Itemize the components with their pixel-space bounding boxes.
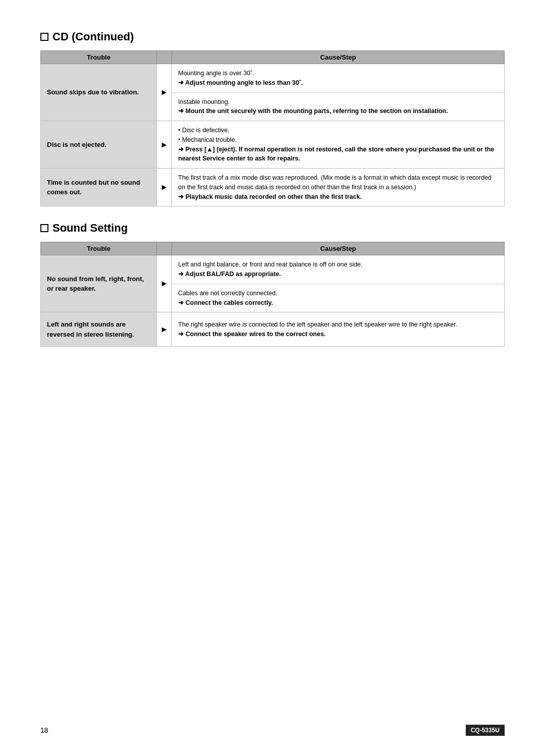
section-cd-continued: CD (Continued) Trouble Cause/Step Sound …	[40, 30, 505, 206]
sound-cause-2a: The right speaker wire is connected to t…	[172, 315, 504, 344]
cd-cause-1b: Instable mounting. ➜ Mount the unit secu…	[172, 93, 504, 121]
cd-table-header: Trouble Cause/Step	[41, 51, 505, 64]
sound-arrow-1: ►	[157, 255, 172, 312]
section-title-cd: CD (Continued)	[40, 30, 505, 43]
cd-arrow-1: ►	[157, 64, 172, 121]
cd-trouble-2: Disc is not ejected.	[41, 121, 157, 169]
page-number: 18	[40, 726, 48, 734]
cd-cause-2a: • Disc is defective. • Mechanical troubl…	[172, 121, 504, 168]
cd-cause-1a: Mounting angle is over 30˚. ➜ Adjust mou…	[172, 64, 504, 93]
sound-cause-1: Left and right balance, or front and rea…	[172, 255, 505, 312]
model-badge: CQ-5335U	[466, 725, 505, 736]
sound-table: Trouble Cause/Step No sound from left, r…	[40, 242, 505, 347]
sound-trouble-2: Left and right sounds are reversed in st…	[41, 312, 157, 347]
sound-table-header: Trouble Cause/Step	[41, 242, 505, 255]
section-title-sound: Sound Setting	[40, 222, 505, 235]
cd-trouble-1: Sound skips due to vibration.	[41, 64, 157, 121]
cd-cause-2: • Disc is defective. • Mechanical troubl…	[172, 121, 505, 169]
sound-trouble-header: Trouble	[41, 242, 157, 255]
cd-arrow-2: ►	[157, 121, 172, 169]
cd-table: Trouble Cause/Step Sound skips due to vi…	[40, 50, 505, 206]
sound-arrow-header	[157, 242, 172, 255]
sound-cause-header: Cause/Step	[172, 242, 505, 255]
sound-row-1: No sound from left, right, front, or rea…	[41, 255, 505, 312]
cd-cause-1: Mounting angle is over 30˚. ➜ Adjust mou…	[172, 64, 505, 121]
cd-row-2: Disc is not ejected. ► • Disc is defecti…	[41, 121, 505, 169]
sound-trouble-1: No sound from left, right, front, or rea…	[41, 255, 157, 312]
sound-cause-2: The right speaker wire is connected to t…	[172, 312, 505, 347]
cd-cause-3a: The first track of a mix mode disc was r…	[172, 169, 504, 206]
sound-cause-1a: Left and right balance, or front and rea…	[172, 255, 504, 284]
cd-trouble-3: Time is counted but no sound comes out.	[41, 169, 157, 206]
cd-arrow-3: ►	[157, 169, 172, 206]
cd-arrow-header	[157, 51, 172, 64]
section-checkbox-cd	[40, 33, 48, 41]
cd-cause-3: The first track of a mix mode disc was r…	[172, 169, 505, 206]
cd-trouble-header: Trouble	[41, 51, 157, 64]
cd-row-1: Sound skips due to vibration. ► Mounting…	[41, 64, 505, 121]
cd-cause-header: Cause/Step	[172, 51, 505, 64]
section-checkbox-sound	[40, 224, 48, 232]
sound-arrow-2: ►	[157, 312, 172, 347]
section-sound-setting: Sound Setting Trouble Cause/Step No soun…	[40, 222, 505, 347]
page-content: CD (Continued) Trouble Cause/Step Sound …	[40, 30, 505, 347]
page-footer: 18 CQ-5335U	[40, 725, 505, 736]
sound-row-2: Left and right sounds are reversed in st…	[41, 312, 505, 347]
cd-row-3: Time is counted but no sound comes out. …	[41, 169, 505, 206]
sound-cause-1b: Cables are not correctly connected. ➜ Co…	[172, 284, 504, 312]
